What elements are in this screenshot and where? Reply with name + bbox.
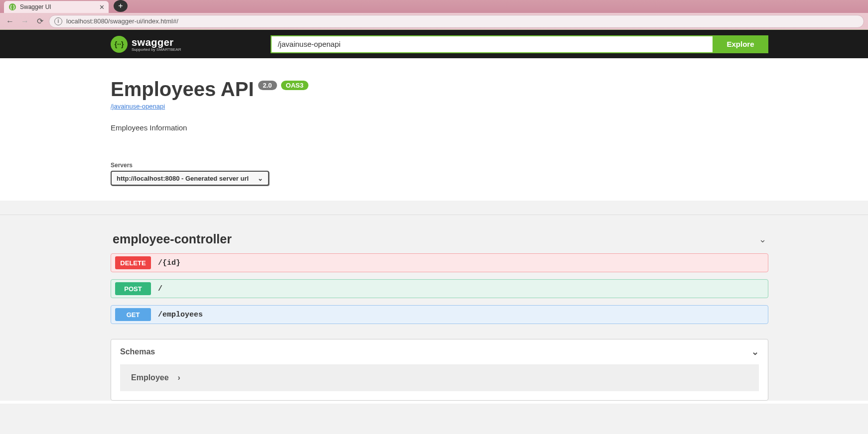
operation-path: /{id} — [158, 259, 180, 267]
url-text: localhost:8080/swagger-ui/index.html#/ — [66, 17, 178, 25]
chevron-down-icon: ⌄ — [759, 234, 766, 245]
swagger-favicon-icon: { } — [9, 3, 16, 10]
servers-label: Servers — [111, 162, 768, 169]
schemas-header[interactable]: Schemas ⌄ — [111, 339, 768, 364]
back-icon[interactable]: ← — [4, 15, 16, 27]
tab-title: Swagger UI — [20, 3, 51, 10]
site-info-icon[interactable]: i — [54, 17, 62, 25]
swagger-logo-icon: {··} — [111, 36, 128, 53]
operation-delete[interactable]: DELETE/{id} — [111, 253, 768, 272]
schemas-section: Schemas ⌄ Employee › — [111, 339, 768, 401]
chevron-down-icon: ⌄ — [258, 175, 263, 182]
method-badge: GET — [115, 308, 151, 321]
close-icon[interactable]: ✕ — [99, 3, 105, 11]
forward-icon[interactable]: → — [19, 15, 31, 27]
brand-sub: Supported by SMARTBEAR — [132, 47, 181, 52]
reload-icon[interactable]: ⟳ — [34, 15, 46, 27]
spec-link[interactable]: /javainuse-openapi — [111, 103, 165, 110]
explore-button[interactable]: Explore — [713, 35, 768, 53]
tag-name: employee-controller — [113, 232, 232, 246]
swagger-topbar: {··} swagger Supported by SMARTBEAR Expl… — [0, 30, 868, 58]
chevron-down-icon: ⌄ — [751, 346, 759, 357]
swagger-logo: {··} swagger Supported by SMARTBEAR — [111, 36, 181, 53]
method-badge: DELETE — [115, 256, 151, 269]
browser-tab-strip: { } Swagger UI ✕ + — [0, 0, 868, 13]
spec-url-input[interactable] — [271, 35, 713, 53]
browser-tab[interactable]: { } Swagger UI ✕ — [4, 1, 109, 13]
api-title: Employees API — [111, 78, 254, 101]
new-tab-button[interactable]: + — [114, 0, 128, 12]
operation-path: / — [158, 285, 162, 293]
brand-name: swagger — [132, 37, 181, 48]
api-description: Employees Information — [111, 123, 768, 132]
schema-name: Employee — [131, 373, 169, 382]
server-select[interactable]: http://localhost:8080 - Generated server… — [111, 171, 269, 186]
browser-address-bar: ← → ⟳ i localhost:8080/swagger-ui/index.… — [0, 13, 868, 30]
operation-path: /employees — [158, 311, 203, 319]
schema-item[interactable]: Employee › — [120, 364, 759, 391]
tag-header[interactable]: employee-controller ⌄ — [111, 229, 768, 253]
schemas-title: Schemas — [120, 347, 155, 356]
version-badge: 2.0 — [258, 81, 277, 90]
oas-badge: OAS3 — [281, 81, 308, 90]
url-field[interactable]: i localhost:8080/swagger-ui/index.html#/ — [49, 15, 864, 28]
method-badge: POST — [115, 282, 151, 295]
operation-post[interactable]: POST/ — [111, 279, 768, 298]
operation-get[interactable]: GET/employees — [111, 305, 768, 324]
server-selected: http://localhost:8080 - Generated server… — [117, 175, 249, 182]
chevron-right-icon: › — [178, 373, 180, 382]
